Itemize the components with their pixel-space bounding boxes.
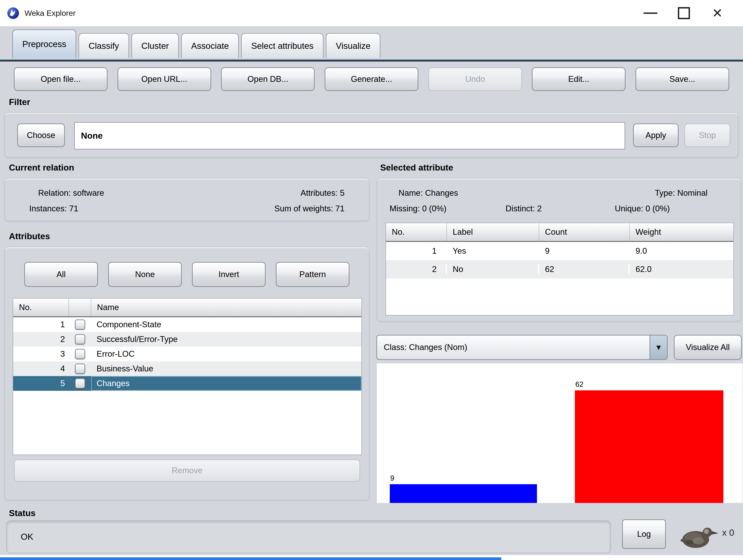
generate-button[interactable]: Generate... [325, 67, 418, 91]
bottom-accent-strip [0, 557, 501, 560]
tab-pane-border [0, 58, 743, 61]
attr-cell-name: Successful/Error-Type [91, 332, 361, 347]
log-button[interactable]: Log [622, 519, 666, 549]
filter-value-field[interactable]: None [74, 122, 625, 149]
tab-visualize[interactable]: Visualize [326, 33, 381, 58]
attributes-table-header: No. Name [13, 298, 361, 317]
filter-section-label: Filter [9, 97, 30, 107]
tab-label: Preprocess [22, 39, 66, 49]
attribute-stats-table: No. Label Count Weight 1 Yes 9 9.0 2 No … [386, 223, 734, 316]
attr-cell-name: Error-LOC [91, 347, 361, 361]
select-none-button[interactable]: None [108, 262, 182, 287]
selected-attribute-section-label: Selected attribute [380, 163, 453, 173]
attr-cell-no: 2 [13, 335, 69, 344]
select-all-button[interactable]: All [24, 262, 98, 287]
stats-header-count[interactable]: Count [539, 223, 630, 241]
attribute-row[interactable]: 2 Successful/Error-Type [13, 332, 361, 347]
invert-selection-button[interactable]: Invert [192, 262, 266, 287]
tab-label: Select attributes [251, 41, 313, 51]
stats-table-header: No. Label Count Weight [386, 223, 733, 242]
pattern-button[interactable]: Pattern [276, 262, 349, 287]
stats-cell-label: Yes [447, 246, 539, 256]
attribute-checkbox[interactable] [75, 378, 85, 388]
open-url-button[interactable]: Open URL... [118, 67, 211, 91]
attribute-checkbox[interactable] [75, 334, 85, 344]
attr-header-name[interactable]: Name [91, 298, 361, 316]
tab-preprocess[interactable]: Preprocess [12, 30, 76, 58]
instance-count: Instances: 71 [29, 204, 78, 213]
minimize-button[interactable] [634, 0, 667, 26]
filter-panel: Choose None Apply Stop [4, 112, 739, 158]
dataset-toolbar: Open file... Open URL... Open DB... Gene… [0, 67, 743, 91]
attribute-checkbox[interactable] [75, 320, 85, 330]
open-file-button[interactable]: Open file... [14, 67, 107, 91]
visualize-all-button[interactable]: Visualize All [674, 335, 742, 360]
title-bar: Weka Explorer ✕ [0, 0, 743, 26]
attribute-name: Name: Changes [398, 188, 458, 198]
attribute-row-selected[interactable]: 5 Changes [13, 376, 361, 391]
maximize-button[interactable] [667, 0, 701, 26]
attribute-type: Type: Nominal [655, 188, 708, 198]
bar-value-label: 62 [575, 380, 583, 388]
missing-stat: Missing: 0 (0%) [390, 204, 446, 213]
close-button[interactable]: ✕ [701, 0, 734, 26]
choose-filter-button[interactable]: Choose [17, 124, 65, 147]
tab-label: Associate [191, 41, 229, 51]
tab-bar: Preprocess Classify Cluster Associate Se… [12, 30, 381, 58]
histogram-bar-no: 62 [575, 390, 724, 503]
attr-cell-name: Business-Value [91, 361, 361, 376]
sum-of-weights: Sum of weights: 71 [274, 204, 345, 213]
tab-associate[interactable]: Associate [181, 33, 239, 58]
tab-label: Visualize [336, 41, 370, 51]
unique-stat: Unique: 0 (0%) [615, 204, 670, 213]
stats-header-label[interactable]: Label [447, 223, 539, 241]
stop-filter-button: Stop [684, 124, 730, 147]
attr-cell-no: 3 [13, 349, 69, 359]
attribute-row[interactable]: 4 Business-Value [13, 361, 361, 376]
attr-cell-no: 5 [13, 379, 69, 388]
stats-cell-no: 2 [386, 265, 447, 274]
current-relation-panel: Relation: software Attributes: 5 Instanc… [4, 178, 370, 222]
tab-select-attributes[interactable]: Select attributes [241, 33, 323, 58]
attribute-checkbox[interactable] [75, 364, 85, 374]
attributes-section-label: Attributes [9, 231, 50, 241]
class-distribution-histogram: 9 62 [377, 363, 743, 503]
window-controls: ✕ [634, 0, 734, 26]
attr-cell-no: 4 [13, 364, 69, 373]
status-section-label: Status [9, 508, 36, 518]
stats-cell-no: 1 [386, 246, 447, 256]
stats-header-no[interactable]: No. [386, 223, 447, 241]
stats-row[interactable]: 1 Yes 9 9.0 [386, 242, 733, 260]
tab-cluster[interactable]: Cluster [131, 33, 179, 58]
filter-value: None [81, 131, 103, 141]
stats-header-weight[interactable]: Weight [630, 223, 733, 241]
stats-row[interactable]: 2 No 62 62.0 [386, 260, 733, 278]
current-relation-section-label: Current relation [9, 163, 74, 173]
remove-attribute-button: Remove [14, 460, 360, 482]
attr-header-checkbox[interactable] [69, 298, 91, 316]
attribute-row[interactable]: 3 Error-LOC [13, 347, 361, 361]
maximize-icon [678, 7, 690, 19]
undo-button: Undo [428, 67, 522, 91]
class-selector-combo[interactable]: Class: Changes (Nom) ▼ [377, 335, 668, 360]
edit-button[interactable]: Edit... [532, 67, 625, 91]
relation-value: Relation: software [38, 188, 104, 198]
attr-header-no[interactable]: No. [13, 298, 69, 316]
stats-cell-weight: 9.0 [630, 246, 733, 256]
workspace: Preprocess Classify Cluster Associate Se… [0, 26, 743, 555]
window-title: Weka Explorer [25, 9, 76, 17]
save-button[interactable]: Save... [636, 67, 729, 91]
chevron-down-icon[interactable]: ▼ [650, 335, 667, 359]
close-icon: ✕ [712, 7, 723, 19]
tab-label: Cluster [141, 41, 169, 51]
attribute-row[interactable]: 1 Component-State [13, 317, 361, 332]
stats-cell-label: No [447, 265, 539, 274]
attribute-checkbox[interactable] [75, 349, 85, 359]
tab-classify[interactable]: Classify [79, 33, 129, 58]
minimize-icon [644, 12, 657, 14]
stats-cell-count: 9 [539, 246, 630, 256]
apply-filter-button[interactable]: Apply [633, 124, 679, 147]
status-message: OK [7, 532, 33, 542]
open-db-button[interactable]: Open DB... [221, 67, 315, 91]
attr-cell-name: Changes [91, 376, 361, 391]
